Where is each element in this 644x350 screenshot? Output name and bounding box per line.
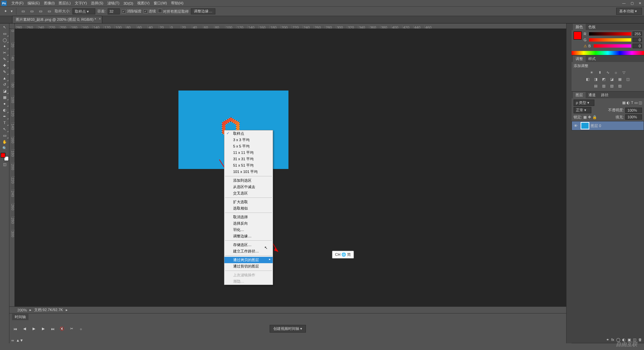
context-menu-item[interactable]: 31 x 31 平均 bbox=[224, 156, 273, 162]
layer-fx-icon[interactable]: fx bbox=[611, 338, 614, 342]
lock-pixels-icon[interactable]: ▦ bbox=[583, 115, 587, 119]
layer-kind-select[interactable]: ρ 类型 ▾ bbox=[574, 100, 594, 106]
opacity-input[interactable]: 100% bbox=[625, 108, 642, 113]
context-menu-item[interactable]: 11 x 11 平均 bbox=[224, 150, 273, 156]
healing-tool-icon[interactable]: ✚ bbox=[1, 62, 8, 68]
tl-cut-icon[interactable]: ✂ bbox=[68, 326, 74, 332]
adj-hue-icon[interactable]: ◧ bbox=[585, 76, 591, 82]
eyedropper-tool-icon[interactable]: ✎ bbox=[1, 56, 8, 62]
sample-size-select[interactable]: 取样点 ▾ bbox=[72, 8, 95, 14]
document-tab[interactable]: 图片素材03_副本.png @ 200% (图层 0, RGB/8) * × bbox=[12, 16, 102, 23]
history-brush-tool-icon[interactable]: ↺ bbox=[1, 81, 8, 88]
type-tool-icon[interactable]: T bbox=[1, 120, 8, 126]
tl-loop-icon[interactable]: ∞ bbox=[11, 338, 14, 342]
all-layers-checkbox[interactable]: 对所有图层取样 bbox=[158, 9, 189, 14]
move-tool-icon[interactable]: ↖ bbox=[1, 24, 8, 30]
dodge-tool-icon[interactable]: ◐ bbox=[1, 107, 8, 113]
context-menu-item[interactable]: 扩大选取 bbox=[224, 199, 273, 205]
adj-exposure-icon[interactable]: ☼ bbox=[613, 70, 619, 75]
context-menu-item[interactable]: 101 x 101 平均 bbox=[224, 169, 273, 175]
menu-3d[interactable]: 3D(D) bbox=[121, 1, 135, 5]
path-select-tool-icon[interactable]: ↖ bbox=[1, 126, 8, 132]
menu-image[interactable]: 图像(I) bbox=[42, 1, 57, 6]
adj-curves-icon[interactable]: ∿ bbox=[605, 70, 611, 75]
blend-mode-select[interactable]: 正常 ▾ bbox=[574, 107, 591, 113]
adj-invert-icon[interactable]: ◫ bbox=[625, 76, 631, 82]
menu-window[interactable]: 窗口(W) bbox=[152, 1, 169, 6]
visibility-eye-icon[interactable]: 👁 bbox=[572, 124, 579, 128]
tl-zoom-icon[interactable]: ▲▼ bbox=[16, 338, 23, 342]
workspace-switcher[interactable]: 基本功能 ▾ bbox=[616, 8, 642, 15]
r-value[interactable]: 255 bbox=[633, 32, 642, 36]
context-menu-item[interactable]: 取消选择 bbox=[224, 214, 273, 220]
adj-threshold-icon[interactable]: ▥ bbox=[601, 83, 607, 89]
delete-layer-icon[interactable]: 🗑 bbox=[638, 338, 642, 342]
context-menu-item[interactable]: 从选区中减去 bbox=[224, 184, 273, 190]
filter-type-icon[interactable]: T bbox=[631, 101, 633, 105]
link-layers-icon[interactable]: ⚭ bbox=[606, 338, 609, 342]
layer-row[interactable]: 👁 图层 0 bbox=[572, 121, 644, 130]
selection-subtract-icon[interactable]: ▭ bbox=[37, 8, 44, 15]
tl-last-icon[interactable]: ⏭ bbox=[50, 326, 56, 332]
tolerance-input[interactable] bbox=[108, 8, 120, 14]
adj-gradient-map-icon[interactable]: ▧ bbox=[609, 83, 615, 89]
create-video-timeline-button[interactable]: 创建视频时间轴 ▾ bbox=[270, 325, 306, 333]
tab-layers[interactable]: 图层 bbox=[573, 92, 586, 98]
gradient-tool-icon[interactable]: ▦ bbox=[1, 94, 8, 100]
context-menu-item[interactable]: 调整边缘… bbox=[224, 233, 273, 239]
adj-bw-icon[interactable]: ◨ bbox=[593, 76, 599, 82]
hue-ramp[interactable] bbox=[572, 51, 644, 55]
tab-channels[interactable]: 通道 bbox=[586, 92, 598, 98]
adj-selective-color-icon[interactable]: ▨ bbox=[617, 83, 623, 89]
tab-paths[interactable]: 路径 bbox=[598, 92, 611, 98]
arrow-icon[interactable]: ▸ bbox=[30, 308, 32, 312]
shape-tool-icon[interactable]: ▭ bbox=[1, 132, 8, 138]
menu-view[interactable]: 视图(V) bbox=[135, 1, 152, 6]
hand-tool-icon[interactable]: ✋ bbox=[1, 139, 8, 145]
eraser-tool-icon[interactable]: ◪ bbox=[1, 88, 8, 94]
selection-add-icon[interactable]: ▭ bbox=[29, 8, 35, 15]
lasso-tool-icon[interactable]: ◯ bbox=[1, 37, 8, 43]
anti-alias-checkbox[interactable]: 消除锯齿 bbox=[122, 9, 142, 14]
adj-posterize-icon[interactable]: ▤ bbox=[593, 83, 599, 89]
adj-vibrance-icon[interactable]: ▽ bbox=[621, 70, 627, 75]
fill-input[interactable]: 100% bbox=[625, 114, 642, 120]
magic-wand-tool-icon[interactable]: ✦ bbox=[1, 43, 8, 49]
tl-first-icon[interactable]: ⏮ bbox=[12, 326, 18, 332]
adj-brightness-icon[interactable]: ☀ bbox=[589, 70, 595, 75]
marquee-tool-icon[interactable]: ▭ bbox=[1, 31, 8, 37]
adj-channel-mixer-icon[interactable]: ◪ bbox=[609, 76, 615, 82]
filter-pixel-icon[interactable]: ▦ bbox=[622, 101, 626, 105]
quickmask-icon[interactable]: ◫ bbox=[1, 161, 8, 167]
menu-help[interactable]: 帮助(H) bbox=[169, 1, 185, 6]
context-menu-item[interactable]: 3 x 3 平均 bbox=[224, 137, 273, 143]
g-slider[interactable] bbox=[589, 38, 631, 42]
canvas-viewport[interactable] bbox=[15, 29, 566, 306]
color-swatch-icon[interactable] bbox=[574, 32, 582, 40]
context-menu-item[interactable]: 选择反向 bbox=[224, 220, 273, 227]
tab-close-icon[interactable]: × bbox=[99, 17, 101, 20]
tab-adjustments[interactable]: 调整 bbox=[573, 56, 586, 62]
layer-name[interactable]: 图层 0 bbox=[591, 123, 601, 128]
filter-adjust-icon[interactable]: ◐ bbox=[627, 101, 630, 105]
crop-tool-icon[interactable]: ✂ bbox=[1, 50, 8, 56]
context-menu-item[interactable]: 选取相似 bbox=[224, 205, 273, 212]
g-value[interactable]: 0 bbox=[633, 38, 642, 42]
selection-new-icon[interactable]: ▭ bbox=[20, 8, 26, 15]
menu-select[interactable]: 选择(S) bbox=[89, 1, 105, 6]
maximize-icon[interactable]: ▢ bbox=[629, 1, 635, 6]
adj-levels-icon[interactable]: ⬍ bbox=[597, 70, 603, 75]
lock-all-icon[interactable]: 🔒 bbox=[592, 115, 597, 119]
r-slider[interactable] bbox=[589, 32, 631, 36]
brush-tool-icon[interactable]: ✎ bbox=[1, 69, 8, 75]
menu-filter[interactable]: 滤镜(T) bbox=[105, 1, 121, 6]
tab-styles[interactable]: 样式 bbox=[586, 56, 598, 62]
filter-smart-icon[interactable]: ◫ bbox=[639, 101, 642, 105]
b-value[interactable]: 0 bbox=[633, 44, 642, 48]
zoom-input[interactable] bbox=[12, 308, 27, 312]
ime-indicator[interactable]: CH 🌐 简 bbox=[332, 251, 354, 258]
filter-shape-icon[interactable]: ▭ bbox=[634, 101, 638, 105]
tab-color[interactable]: 颜色 bbox=[573, 24, 586, 30]
menu-type[interactable]: 文字(Y) bbox=[73, 1, 89, 6]
context-menu-item[interactable]: 51 x 51 平均 bbox=[224, 162, 273, 169]
